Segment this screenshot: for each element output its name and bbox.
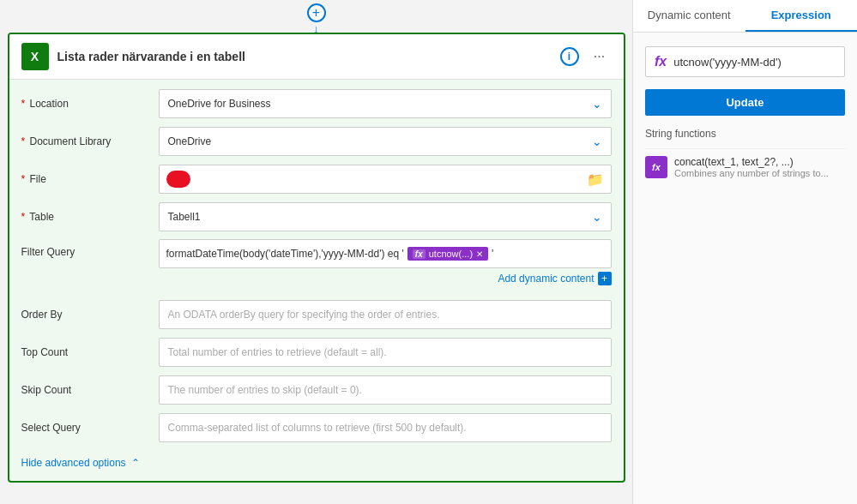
chip-fx-icon: fx xyxy=(413,249,425,259)
function-fx-badge: fx xyxy=(645,156,667,178)
location-dropdown-arrow: ⌄ xyxy=(592,97,602,111)
filter-prefix: formatDateTime(body('dateTime'),'yyyy-MM… xyxy=(166,248,404,260)
select-query-row: Select Query Comma-separated list of col… xyxy=(21,412,612,443)
chevron-up-icon: ⌃ xyxy=(131,457,140,469)
function-item-concat[interactable]: fx concat(text_1, text_2?, ...) Combines… xyxy=(645,148,845,185)
file-input[interactable]: 📁 xyxy=(159,165,612,194)
tab-expression[interactable]: Expression xyxy=(745,0,858,32)
right-panel: Dynamic content Expression fx utcnow('yy… xyxy=(632,0,857,504)
panel-content: fx utcnow('yyyy-MM-dd') Update String fu… xyxy=(633,33,857,504)
skip-count-input[interactable]: The number of entries to skip (default =… xyxy=(159,375,612,405)
table-dropdown-arrow: ⌄ xyxy=(592,210,602,224)
expression-value: utcnow('yyyy-MM-dd') xyxy=(673,56,836,69)
location-dropdown[interactable]: OneDrive for Business ⌄ xyxy=(159,89,612,118)
select-query-label: Select Query xyxy=(21,422,159,434)
file-row: * File 📁 xyxy=(21,164,612,195)
panel-tabs: Dynamic content Expression xyxy=(633,0,857,33)
document-library-label: * Document Library xyxy=(21,135,159,147)
order-by-label: Order By xyxy=(21,309,159,321)
filter-query-label: Filter Query xyxy=(21,239,159,258)
main-area: + ↓ X Lista rader närvarande i en tabell… xyxy=(0,0,632,483)
filter-suffix: ' xyxy=(492,248,493,260)
chip-close-button[interactable]: ✕ xyxy=(476,249,483,259)
add-dynamic-row: Add dynamic content + xyxy=(159,272,612,285)
file-label: * File xyxy=(21,173,159,185)
skip-count-row: Skip Count The number of entries to skip… xyxy=(21,375,612,405)
file-browse-icon[interactable]: 📁 xyxy=(587,171,604,188)
location-label: * Location xyxy=(21,98,159,110)
page-layout: + ↓ X Lista rader närvarande i en tabell… xyxy=(0,0,857,504)
top-count-input[interactable]: Total number of entries to retrieve (def… xyxy=(159,338,612,367)
add-dynamic-plus-icon: + xyxy=(598,272,612,285)
hide-advanced-button[interactable]: Hide advanced options ⌃ xyxy=(21,450,612,472)
skip-count-label: Skip Count xyxy=(21,384,159,396)
document-library-row: * Document Library OneDrive ⌄ xyxy=(21,126,612,157)
info-button[interactable]: i xyxy=(560,47,579,66)
file-tag xyxy=(166,171,190,188)
table-row: * Table Tabell1 ⌄ xyxy=(21,201,612,232)
utcnow-chip[interactable]: fx utcnow(...) ✕ xyxy=(407,247,488,261)
excel-icon: X xyxy=(21,43,49,70)
more-options-button[interactable]: ··· xyxy=(588,45,612,69)
action-card: X Lista rader närvarande i en tabell i ·… xyxy=(8,33,625,483)
update-button[interactable]: Update xyxy=(645,89,845,116)
add-step-button[interactable]: + xyxy=(307,3,326,22)
filter-query-input[interactable]: formatDateTime(body('dateTime'),'yyyy-MM… xyxy=(159,239,612,268)
card-title: Lista rader närvarande i en tabell xyxy=(57,50,552,63)
document-library-dropdown[interactable]: OneDrive ⌄ xyxy=(159,127,612,156)
card-header: X Lista rader närvarande i en tabell i ·… xyxy=(9,34,624,80)
top-count-label: Top Count xyxy=(21,346,159,358)
function-info: concat(text_1, text_2?, ...) Combines an… xyxy=(674,156,845,178)
card-body: * Location OneDrive for Business ⌄ * Doc… xyxy=(9,80,624,481)
order-by-row: Order By An ODATA orderBy query for spec… xyxy=(21,299,612,330)
card-header-icons: i ··· xyxy=(560,45,612,69)
filter-query-row: Filter Query formatDateTime(body('dateTi… xyxy=(21,239,612,292)
top-connector: + ↓ xyxy=(7,0,625,33)
location-row: * Location OneDrive for Business ⌄ xyxy=(21,88,612,119)
add-dynamic-content-button[interactable]: Add dynamic content + xyxy=(498,272,611,285)
tab-dynamic-content[interactable]: Dynamic content xyxy=(633,0,745,32)
top-count-row: Top Count Total number of entries to ret… xyxy=(21,337,612,368)
select-query-input[interactable]: Comma-separated list of columns to retri… xyxy=(159,413,612,442)
expression-fx-icon: fx xyxy=(655,54,667,69)
function-name: concat(text_1, text_2?, ...) xyxy=(674,156,845,168)
expression-editor[interactable]: fx utcnow('yyyy-MM-dd') xyxy=(645,46,845,77)
section-title: String functions xyxy=(645,128,845,140)
function-description: Combines any number of strings to... xyxy=(674,168,845,178)
chip-label: utcnow(...) xyxy=(429,249,473,259)
order-by-input[interactable]: An ODATA orderBy query for specifying th… xyxy=(159,300,612,329)
document-library-arrow: ⌄ xyxy=(592,135,602,148)
table-label: * Table xyxy=(21,211,159,223)
table-dropdown[interactable]: Tabell1 ⌄ xyxy=(159,202,612,231)
